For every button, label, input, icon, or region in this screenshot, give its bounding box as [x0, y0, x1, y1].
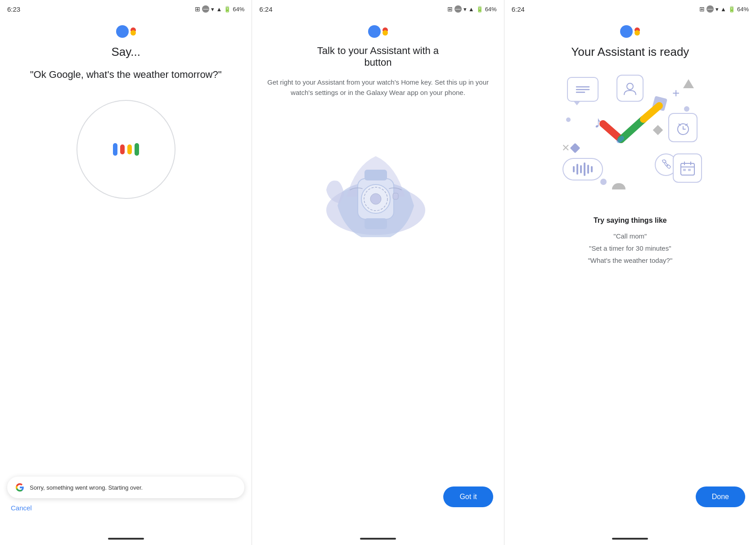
logo-small-dots-1 — [130, 27, 136, 36]
try-example-1: "Call mom" — [588, 230, 672, 242]
battery-icon-3: 🔋 — [728, 6, 735, 13]
logo-small-dots-2 — [382, 27, 388, 36]
voice-bars — [113, 143, 139, 156]
signal-icon-2: ▲ — [468, 6, 474, 13]
battery-pct-1: 64% — [233, 6, 244, 13]
done-button[interactable]: Done — [696, 486, 745, 507]
svg-rect-22 — [688, 169, 691, 171]
wifi-icon-1: ▾ — [211, 6, 214, 13]
try-saying-header: Try saying things like — [588, 216, 672, 225]
status-time-3: 6:24 — [512, 5, 525, 13]
google-g-icon — [14, 482, 25, 493]
assistant-logo-1 — [116, 25, 136, 38]
panel1-title: Say... — [111, 45, 140, 59]
try-example-3: "What's the weather today?" — [588, 254, 672, 266]
blue-diamond — [570, 143, 580, 153]
panel-button: 6:24 ⊞ — ▾ ▲ 🔋 64% Talk to your Assistan… — [252, 0, 504, 545]
logo-yellow-3 — [634, 30, 640, 36]
svg-rect-17 — [681, 163, 694, 175]
panel3-title: Your Assistant is ready — [571, 45, 689, 59]
status-time-2: 6:24 — [259, 5, 272, 13]
bar-green — [135, 143, 139, 156]
wave-bar-2 — [576, 164, 578, 175]
svg-rect-7 — [364, 218, 387, 229]
wifi-icon-3: ▾ — [716, 6, 719, 13]
voice-query-text: "Ok Google, what's the weather tomorrow?… — [30, 68, 222, 82]
checkmark-icon — [594, 101, 666, 146]
try-example-2: "Set a timer for 30 minutes" — [588, 242, 672, 254]
home-indicator-2 — [360, 538, 396, 540]
panel1-content: Say... "Ok Google, what's the weather to… — [0, 16, 252, 534]
grid-icon-3: ⊞ — [699, 5, 705, 13]
error-toast: Sorry, something went wrong. Starting ov… — [7, 477, 244, 498]
wifi-icon-2: ▾ — [464, 6, 467, 13]
triangle-shape — [683, 79, 694, 88]
home-indicator-1 — [108, 538, 144, 540]
panel3-content: Your Assistant is ready + — [504, 16, 756, 534]
panel2-subtitle: Get right to your Assistant from your wa… — [263, 77, 493, 98]
svg-point-3 — [370, 194, 381, 204]
panel2-title: Talk to your Assistant with a button — [306, 45, 450, 68]
grid-icon-2: ⊞ — [447, 5, 453, 13]
panel2-content: Talk to your Assistant with a button Get… — [252, 16, 504, 534]
x-mark-icon: ✕ — [562, 142, 570, 154]
logo-blue-2 — [368, 25, 381, 38]
wave-bar-5 — [587, 165, 589, 174]
status-icons-1: ⊞ — ▾ ▲ 🔋 64% — [195, 5, 244, 13]
blue-circle-bottom — [600, 179, 607, 185]
alarm-icon — [668, 113, 698, 142]
gray-cap-shape — [612, 183, 626, 189]
error-text: Sorry, something went wrong. Starting ov… — [30, 484, 143, 491]
svg-point-11 — [627, 83, 633, 90]
msg-icon-2: — — [454, 5, 462, 13]
logo-blue-3 — [620, 25, 633, 38]
bar-yellow — [127, 144, 132, 154]
status-bar-2: 6:24 ⊞ — ▾ ▲ 🔋 64% — [252, 0, 504, 16]
blue-circle-2 — [566, 117, 571, 122]
status-bar-3: 6:24 ⊞ — ▾ ▲ 🔋 64% — [504, 0, 756, 16]
status-bar-1: 6:23 ⊞ — ▾ ▲ 🔋 64% — [0, 0, 252, 16]
try-saying-section: Try saying things like "Call mom" "Set a… — [588, 216, 672, 266]
battery-icon-1: 🔋 — [224, 6, 231, 13]
got-it-button[interactable]: Got it — [443, 486, 493, 507]
plus-icon: + — [672, 86, 680, 100]
logo-blue-1 — [116, 25, 129, 38]
wave-bar-6 — [591, 166, 593, 172]
blue-circle-1 — [684, 106, 689, 112]
battery-icon-2: 🔋 — [476, 6, 483, 13]
signal-icon-3: ▲ — [720, 6, 726, 13]
battery-pct-2: 64% — [485, 6, 497, 13]
status-icons-3: ⊞ — ▾ ▲ 🔋 64% — [699, 5, 749, 13]
grid-icon-1: ⊞ — [195, 5, 200, 13]
status-time-1: 6:23 — [7, 5, 20, 13]
home-indicator-3 — [612, 538, 648, 540]
waveform-bubble — [562, 158, 603, 180]
wave-bar-1 — [573, 166, 575, 172]
msg-icon-1: — — [202, 5, 209, 13]
try-examples: "Call mom" "Set a timer for 30 minutes" … — [588, 230, 672, 266]
logo-small-dots-3 — [634, 27, 640, 36]
watch-illustration — [310, 120, 446, 237]
svg-rect-6 — [364, 170, 387, 180]
contact-icon — [616, 75, 644, 102]
voice-circle — [76, 100, 176, 199]
assistant-logo-2 — [368, 25, 388, 38]
logo-yellow-2 — [382, 30, 388, 36]
assistant-logo-3 — [620, 25, 640, 38]
svg-rect-21 — [683, 169, 686, 171]
status-icons-2: ⊞ — ▾ ▲ 🔋 64% — [447, 5, 497, 13]
calendar-icon — [673, 153, 702, 183]
signal-icon-1: ▲ — [216, 6, 222, 13]
panel-say: 6:23 ⊞ — ▾ ▲ 🔋 64% Say... "Ok Google, wh… — [0, 0, 252, 545]
svg-rect-4 — [393, 193, 398, 199]
speech-bubble-icon — [567, 77, 598, 102]
wave-bar-4 — [584, 162, 585, 176]
wave-bar-3 — [580, 165, 582, 173]
icons-illustration: + ♪ — [558, 72, 702, 207]
bar-blue — [113, 143, 117, 156]
battery-pct-3: 64% — [737, 6, 749, 13]
panel-ready: 6:24 ⊞ — ▾ ▲ 🔋 64% Your Assistant is rea… — [504, 0, 756, 545]
bar-red — [120, 144, 125, 154]
cancel-button[interactable]: Cancel — [11, 504, 32, 512]
msg-icon-3: — — [706, 5, 714, 13]
